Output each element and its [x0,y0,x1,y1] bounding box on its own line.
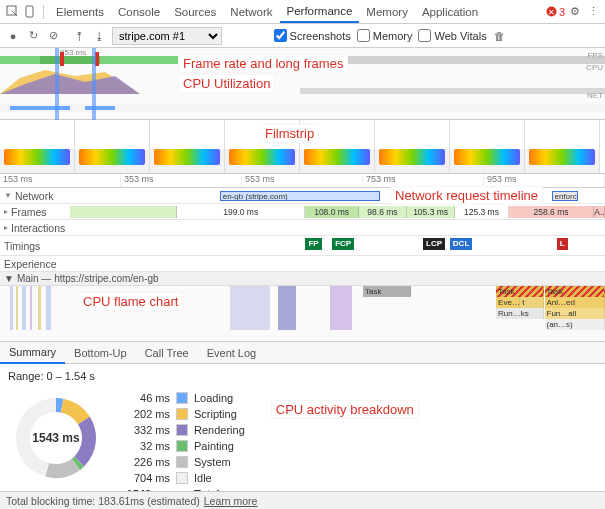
flame-task[interactable]: Task [545,286,606,297]
filmstrip-thumb[interactable] [525,120,600,173]
flame-chart[interactable]: CPU flame chart TaskTaskTaskEve…oadtAni…… [0,286,605,342]
frame-segment[interactable]: 125.3 ms [455,206,509,218]
chevron-right-icon[interactable]: ▸ [4,223,8,232]
svg-rect-10 [10,106,70,110]
device-icon[interactable] [22,4,38,20]
frame-segment[interactable] [70,206,177,218]
frame-segment[interactable]: 98.6 ms [359,206,407,218]
track-label: Experience [4,258,57,270]
chevron-down-icon[interactable]: ▼ [4,191,12,200]
flame-task[interactable]: t [520,297,544,308]
flame-task[interactable]: Task [496,286,544,297]
frames-track[interactable]: ▸Frames 199.0 ms108.0 ms98.6 ms105.3 ms1… [0,204,605,220]
error-badge[interactable]: ✕3 [546,6,565,18]
overview-lane-labels: FPSCPUNET [586,50,603,102]
svg-text:✕: ✕ [548,8,555,17]
experience-track[interactable]: Experience [0,256,605,272]
filmstrip[interactable]: Filmstrip [0,120,605,174]
network-track[interactable]: ▼Network en-gb (stripe.com)enforcemen Ne… [0,188,605,204]
flame-task[interactable]: Eve…oad [496,297,520,308]
flame-task[interactable]: Fun…all [545,308,606,319]
record-icon[interactable]: ● [6,29,20,43]
subtab-calltree[interactable]: Call Tree [136,343,198,363]
tab-application[interactable]: Application [415,2,485,22]
settings-icon[interactable]: ⚙ [567,4,583,20]
timing-marker[interactable]: DCL [450,238,472,250]
timings-track[interactable]: Timings FPFCPLCPDCLL [0,236,605,256]
overview-pane[interactable]: 953 ms FPSCPUNET Frame rate and long fra… [0,48,605,120]
chevron-down-icon[interactable]: ▼ [4,273,14,284]
network-request[interactable]: en-gb (stripe.com) [220,191,381,201]
svg-rect-18 [30,286,32,330]
subtab-eventlog[interactable]: Event Log [198,343,266,363]
more-icon[interactable]: ⋮ [585,4,601,20]
tab-performance[interactable]: Performance [280,1,360,23]
separator [43,5,44,19]
tab-memory[interactable]: Memory [359,2,415,22]
donut-total: 1543 ms [8,390,104,486]
chevron-right-icon[interactable]: ▸ [4,207,8,216]
timing-marker[interactable]: FCP [332,238,354,250]
frame-segment[interactable]: A.. [594,206,605,218]
annotation-breakdown: CPU activity breakdown [271,400,419,419]
filmstrip-thumb[interactable] [75,120,150,173]
download-icon[interactable]: ⭳ [92,29,106,43]
tab-console[interactable]: Console [111,2,167,22]
svg-rect-11 [85,106,115,110]
flame-task[interactable]: Ani…ed [545,297,606,308]
filmstrip-thumb[interactable] [450,120,525,173]
track-label: Timings [4,240,40,252]
ruler-tick: 553 ms [242,174,363,187]
annotation-fps: Frame rate and long frames [178,54,348,73]
clear-icon[interactable]: ⊘ [46,29,60,43]
trash-icon[interactable]: 🗑 [493,29,507,43]
learn-more-link[interactable]: Learn more [204,495,258,507]
activity-legend: 46 msLoading202 msScripting332 msRenderi… [120,390,245,502]
recording-select[interactable]: stripe.com #1 [112,27,222,45]
reload-icon[interactable]: ↻ [26,29,40,43]
svg-rect-21 [230,286,270,330]
svg-rect-7 [60,52,64,66]
tab-elements[interactable]: Elements [49,2,111,22]
tab-sources[interactable]: Sources [167,2,223,22]
legend-row: 46 msLoading [120,390,245,406]
main-thread-header[interactable]: ▼Main — https://stripe.com/en-gb [0,272,605,286]
tab-network[interactable]: Network [223,2,279,22]
filmstrip-thumb[interactable] [0,120,75,173]
network-request[interactable]: enforcemen [552,191,579,201]
filmstrip-thumb[interactable] [150,120,225,173]
panel-tabs: Elements Console Sources Network Perform… [49,1,544,23]
upload-icon[interactable]: ⭱ [72,29,86,43]
flame-task[interactable]: Task [363,286,411,297]
frame-segment[interactable]: 108.0 ms [305,206,359,218]
svg-rect-23 [330,286,352,330]
svg-rect-19 [38,286,41,330]
annotation-flame: CPU flame chart [78,292,183,311]
svg-rect-13 [92,48,96,120]
range-label: Range: 0 – 1.54 s [8,370,597,382]
svg-rect-16 [16,286,18,330]
subtab-summary[interactable]: Summary [0,342,65,364]
interactions-track[interactable]: ▸Interactions [0,220,605,236]
flame-task[interactable]: (an…s) [545,319,606,330]
frame-segment[interactable]: 258.6 ms [509,206,595,218]
timing-marker[interactable]: FP [305,238,321,250]
svg-rect-20 [46,286,51,330]
svg-rect-17 [22,286,26,330]
frame-segment[interactable]: 199.0 ms [177,206,305,218]
svg-rect-5 [40,56,100,64]
subtab-bottomup[interactable]: Bottom-Up [65,343,136,363]
svg-rect-1 [26,6,33,17]
summary-pane: Range: 0 – 1.54 s 1543 ms 46 msLoading20… [0,364,605,508]
frame-segment[interactable]: 105.3 ms [407,206,455,218]
webvitals-checkbox[interactable]: Web Vitals [418,29,486,42]
inspect-icon[interactable] [4,4,20,20]
flame-task[interactable]: Run…ks [496,308,544,319]
timing-marker[interactable]: LCP [423,238,445,250]
timing-marker[interactable]: L [557,238,568,250]
memory-checkbox[interactable]: Memory [357,29,413,42]
legend-row: 32 msPainting [120,438,245,454]
legend-row: 202 msScripting [120,406,245,422]
screenshots-checkbox[interactable]: Screenshots [274,29,351,42]
filmstrip-thumb[interactable] [375,120,450,173]
